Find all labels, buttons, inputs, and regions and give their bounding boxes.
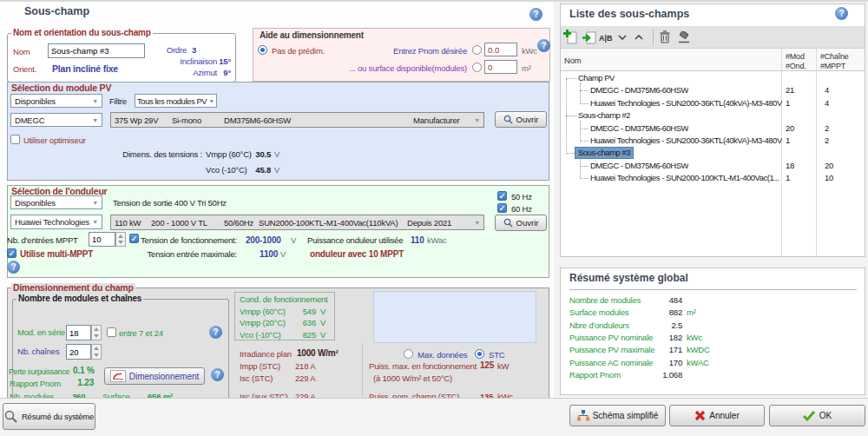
pnom-input[interactable]: 0.0 [484, 43, 517, 56]
module-combo-model: DM375M6-60HSW [224, 116, 291, 125]
delete-icon[interactable] [660, 30, 670, 43]
radio-pnom[interactable] [472, 45, 482, 55]
inverter-combo-freq: 50/60Hz [224, 218, 253, 228]
radio-pas-predim[interactable] [258, 45, 267, 55]
col-chaine[interactable]: #Chaîne [820, 52, 849, 61]
schema-simplifie-button[interactable]: Schéma simplifié [569, 405, 666, 426]
mod-serie-input[interactable]: 18 [66, 325, 91, 340]
puissance-onduleur-label: Puissance onduleur utilisée [307, 236, 403, 245]
multi-mppt-checkbox[interactable]: ✓ [7, 248, 16, 258]
optimizer-checkbox[interactable] [10, 135, 20, 144]
check-icon [803, 411, 816, 421]
module-combo[interactable]: 375 Wp 29V Si-mono DM375M6-60HSW Manufac… [110, 112, 484, 128]
chevron-down-icon: ▼ [92, 219, 98, 225]
inclinaison-value: 15° [219, 57, 231, 66]
cancel-x-icon [694, 410, 706, 421]
tree-item-label[interactable]: DMEGC - DM375M6-60HSW [590, 162, 688, 170]
cond-row-value: 636 [286, 319, 316, 327]
list-panel-title: Liste des sous-champs [569, 10, 689, 18]
tree-item-label[interactable]: DMEGC - DM375M6-60HSW [590, 124, 688, 133]
resume-row-unit: kWAC [687, 359, 709, 367]
cond-row-label: Vmpp (60°C) [240, 307, 286, 316]
spinner-down-icon [94, 334, 99, 338]
clear-icon[interactable] [677, 31, 691, 43]
toolbar-separator [653, 29, 654, 46]
module-ouvrir-button[interactable]: Ouvrir [495, 111, 547, 128]
add-subfield-icon[interactable] [562, 29, 578, 45]
tree-item-chaine: 20 [825, 162, 833, 170]
hz50-label: 50 Hz [511, 193, 532, 201]
ok-button[interactable]: OK [769, 405, 865, 426]
rapport-label: Rapport Pnom [10, 380, 61, 388]
annuler-button[interactable]: Annuler [669, 405, 765, 426]
hz60-checkbox[interactable]: ✓ [497, 203, 507, 213]
isc-label: Isc (STC) [240, 374, 273, 383]
dimens-tensions-label: Dimens. des tensions : [104, 150, 202, 159]
module-manufacturer-combo[interactable]: DMEGC▼ [10, 113, 102, 127]
entre-checkbox[interactable] [107, 327, 116, 337]
tree-item-label[interactable]: Champ PV [578, 74, 615, 83]
col-nom[interactable]: Nom [564, 56, 581, 65]
inverter-combo-since: Depuis 2021 [407, 218, 451, 228]
filtre-label: Filtre [109, 97, 127, 106]
puiss-max-note: (à 1000 W/m² et 50°C) [373, 374, 452, 383]
filtre-combo[interactable]: Tous les modules PV▼ [135, 94, 217, 108]
inverter-combo[interactable]: 110 kW 200 - 1000 V TL 50/60Hz SUN2000-1… [110, 215, 484, 230]
inverter-availability-combo[interactable]: Disponibles▼ [10, 195, 102, 209]
move-up-icon[interactable] [635, 35, 643, 40]
ok-label: OK [819, 411, 832, 420]
help-icon-dialog[interactable]: ? [529, 8, 542, 21]
help-icon-inverter[interactable]: ? [7, 261, 20, 274]
tree-item-label[interactable]: Sous-champ #3 [575, 148, 633, 158]
module-section-title: Sélection du module PV [11, 83, 111, 92]
resume-systeme-label: Résumé du système [22, 412, 94, 421]
module-availability-combo[interactable]: Disponibles▼ [10, 94, 102, 108]
ordre-label: Ordre [148, 46, 187, 55]
nb-chaines-spinner[interactable] [91, 344, 102, 360]
dimensionnement-button[interactable]: Dimensionnement [104, 367, 205, 385]
move-down-icon[interactable] [618, 35, 627, 40]
perte-label: Perte surpuissance [9, 367, 69, 376]
tree-item-mod: 21 [786, 86, 794, 95]
cond-row-unit: V [320, 319, 326, 327]
entre-label: entre 7 et 24 [119, 329, 163, 338]
inverter-manufacturer-combo[interactable]: Huawei Technologies▼ [10, 215, 102, 229]
mod-serie-spinner[interactable] [91, 325, 102, 340]
tension-max-unit: V [280, 250, 286, 259]
rename-icon[interactable]: A|B [599, 34, 613, 43]
nb-chaines-input[interactable]: 20 [66, 344, 91, 360]
filtre-value: Tous les modules PV [137, 96, 207, 106]
help-icon-mod-serie[interactable]: ? [209, 326, 222, 339]
multi-mppt-label: Utilise multi-MPPT [20, 250, 93, 259]
spinner-up-icon [94, 347, 99, 350]
azimut-value: 9° [219, 69, 231, 77]
tree-item-label[interactable]: Sous-champ #2 [578, 111, 630, 120]
tree-item-label[interactable]: Huawei Technologies - SUN2000-36KTL(40kV… [590, 136, 782, 145]
tree-item-label[interactable]: Huawei Technologies - SUN2000-36KTL(40kV… [590, 99, 782, 108]
duplicate-subfield-icon[interactable] [582, 29, 597, 45]
surface-input[interactable]: 0 [484, 60, 517, 74]
vco-label: Vco (-10°C) [206, 166, 247, 175]
radio-max-donnees[interactable] [404, 349, 413, 359]
optimizer-label: Utiliser optimiseur [23, 136, 86, 145]
resume-systeme-button[interactable]: Résumé du système [3, 403, 95, 430]
mppt-input[interactable]: 10 [89, 232, 115, 247]
inverter-ouvrir-button[interactable]: Ouvrir [495, 215, 547, 231]
chevron-down-icon: ▼ [474, 220, 480, 226]
resume-row-value: 484 [613, 296, 682, 305]
help-icon-aide[interactable]: ? [537, 39, 550, 52]
col-mod[interactable]: #Mod [786, 52, 805, 61]
tree-item-label[interactable]: Huawei Technologies - SUN2000-100KTL-M1-… [590, 174, 779, 182]
dimensionnement-button-label: Dimensionnement [129, 372, 200, 381]
help-icon-dimensionnement[interactable]: ? [211, 368, 224, 381]
radio-stc[interactable] [475, 349, 484, 359]
tree-item-label[interactable]: DMEGC - DM375M6-60HSW [590, 86, 688, 95]
help-icon-list[interactable]: ? [835, 7, 848, 20]
col-mppt[interactable]: #MPPT [820, 62, 845, 70]
col-ond[interactable]: #Ond. [786, 62, 806, 70]
nom-input[interactable]: Sous-champ #3 [48, 43, 145, 58]
hz50-checkbox[interactable]: ✓ [497, 191, 507, 201]
radio-surface[interactable] [472, 63, 482, 72]
cond-row-value: 825 [286, 331, 316, 340]
inverter-combo-model: SUN2000-100KTL-M1-400Vac(110kVA) [259, 218, 398, 228]
